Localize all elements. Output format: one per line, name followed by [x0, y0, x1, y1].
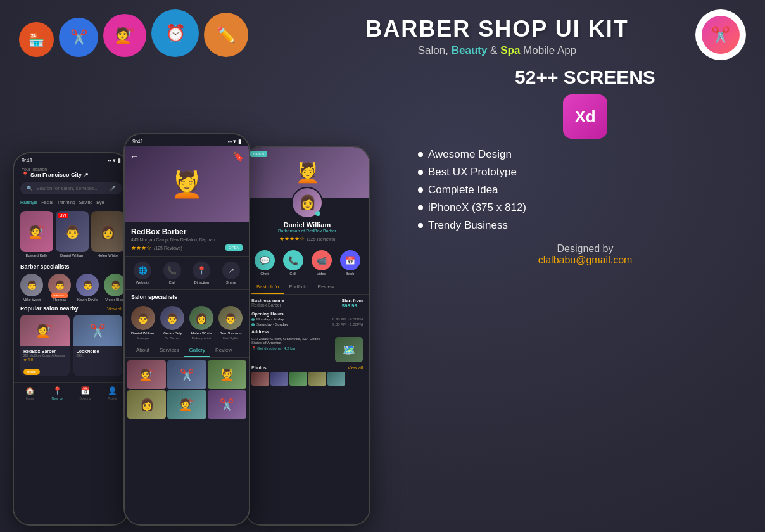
map-thumbnail: 🗺️: [335, 337, 363, 362]
feature-1: Awesome Design: [418, 148, 752, 161]
direction-button[interactable]: 📍 Direction: [193, 262, 210, 284]
location-label: Your location: [22, 167, 121, 172]
gallery-img-4: 👩: [127, 390, 166, 419]
call-action[interactable]: 📞 Call: [280, 250, 306, 276]
tab-services[interactable]: Services: [155, 344, 184, 357]
nav-booking[interactable]: 📅 Booking: [79, 386, 91, 400]
xd-logo: Xd: [563, 94, 607, 139]
get-directions[interactable]: 📍 Get directions - 4.2 km: [251, 346, 332, 350]
info-panel: 52++ SCREENS Xd Awesome Design Best UX P…: [405, 60, 752, 532]
shop-name: RedBox Barber: [131, 227, 243, 236]
mic-icon: 🎤: [110, 186, 116, 191]
search-icon: 🔍: [27, 186, 33, 191]
specialist-daniel: 👨 Daniel William Manager: [131, 306, 155, 340]
cat-trimming[interactable]: Trimming: [57, 200, 75, 205]
live-row: 💇 Edward Kelly LIVE 👨 Daniel: [14, 208, 129, 260]
open-pill: OPEN: [250, 151, 267, 157]
nearby-redbox[interactable]: 💇 RedBox Barber 288 McClure Court, Arkan…: [20, 315, 70, 376]
phone-2-screen: 9:41 ▪▪ ▾ ▮ 💆 ← 🔖 RedBox Barber 445 Morg…: [125, 134, 249, 524]
barber-content: Business name Redbox Barber Start from $…: [245, 294, 369, 390]
cat-saving[interactable]: Saving: [79, 200, 92, 205]
location-bar: Your location 📍 San Francisco City ↗: [14, 165, 129, 180]
cat-eye[interactable]: Eye: [96, 200, 104, 205]
specialist-helen: 👩 Helen White Makeup Artist: [189, 306, 213, 340]
shop-address: 445 Morgan Camp, New Deltaton, NY, Iran: [131, 238, 243, 242]
top-icons: 🏪 ✂️ 💇 ⏰ ✏️: [19, 10, 248, 57]
gallery-img-6: ✂️: [208, 390, 246, 419]
tab-portfolio[interactable]: Portfolio: [284, 281, 312, 294]
feature-4: iPhoneX (375 x 812): [418, 201, 752, 214]
photos-grid: [251, 372, 363, 386]
title-area: BARBER SHOP UI KIT Salon, Beauty & Spa M…: [248, 16, 746, 57]
gallery-img-5: 💇: [167, 390, 206, 419]
tab-review[interactable]: Review: [210, 344, 237, 357]
call-button[interactable]: 📞 Call: [163, 262, 181, 284]
phone-3: 💆 OPEN 👩 Daniel William Barberman at Red…: [244, 146, 370, 526]
live-thumb-1: 💇: [20, 211, 53, 252]
search-bar[interactable]: 🔍 Search for salon, services... 🎤: [20, 182, 122, 194]
gallery-img-1: 💇: [127, 360, 166, 389]
screens-count: 52++ SCREENS: [418, 66, 752, 88]
nav-nearby[interactable]: 📍 Near by: [52, 386, 63, 400]
chat-action[interactable]: 💬 Chat: [251, 250, 277, 276]
video-action[interactable]: 📹 Video: [308, 250, 334, 276]
website-button[interactable]: 🌐 Website: [134, 262, 151, 284]
live-thumb-3: 👩: [91, 211, 124, 252]
cat-facial[interactable]: Facial: [41, 200, 53, 205]
view-all-nearby[interactable]: View all: [107, 307, 122, 311]
status-bar-1: 9:41 ▪▪ ▾ ▮: [14, 153, 129, 165]
barber-mike: 👨 Mike West: [20, 274, 43, 301]
tab-gallery[interactable]: Gallery: [184, 344, 210, 357]
specialist-kieran: 👨 Kieran Dely Sr. Barber: [160, 306, 184, 340]
logo-inner: ✂️: [702, 16, 740, 54]
tab-review-barber[interactable]: Review: [313, 281, 339, 294]
nearby-look[interactable]: ✂️ LookNoise 288...: [73, 315, 123, 376]
nav-home[interactable]: 🏠 Home: [25, 386, 35, 400]
time-1: 9:41: [22, 157, 33, 163]
feature-5: Trendy Business: [418, 219, 752, 232]
open-badge: OPEN: [225, 244, 243, 251]
barbers-section-title: Barber specialists: [14, 260, 129, 272]
book-button-1[interactable]: Book: [23, 369, 40, 375]
gallery-grid: 💇 ✂️ 💆 👩 💇 ✂️: [125, 358, 249, 421]
signal-icons-1: ▪▪ ▾ ▮: [108, 157, 121, 163]
nav-profile[interactable]: 👤 Profile: [108, 386, 117, 400]
photo-3: [289, 372, 307, 386]
share-button[interactable]: ↗ Share: [222, 262, 240, 284]
back-button[interactable]: ←: [130, 151, 139, 162]
booking-icon: 📅: [80, 386, 90, 395]
feature-3: Complete Idea: [418, 184, 752, 196]
page-title: BARBER SHOP UI KIT: [261, 16, 733, 42]
start-from-label: Start from: [342, 298, 363, 303]
shop-tabs: About Services Gallery Review: [125, 344, 249, 358]
barber-tabs: Basic Info Portfolio Review: [245, 281, 369, 294]
barber-avatar: 👩: [291, 187, 323, 218]
tab-about[interactable]: About: [131, 344, 155, 357]
clock-icon: ⏰: [151, 10, 199, 57]
live-item-1: 💇 Edward Kelly: [20, 211, 53, 257]
shop-rating: ★★★☆ (125 Reviews) OPEN: [131, 244, 243, 251]
photo-2: [270, 372, 288, 386]
review-count: (125 Reviews): [154, 246, 182, 250]
phones-area: 9:41 ▪▪ ▾ ▮ Your location 📍 San Francisc…: [13, 60, 405, 532]
start-price: $98.99: [342, 303, 363, 308]
tab-basic-info[interactable]: Basic Info: [251, 281, 284, 294]
barbers-list: 👨 Mike West 👨 Thomas 👨 Kevin Doyle: [14, 272, 129, 303]
cat-hairstyle[interactable]: Hairstyle: [20, 200, 37, 205]
shop-info: RedBox Barber 445 Morgan Camp, New Delta…: [125, 222, 249, 256]
nearby-title: Popular salon nearby: [20, 305, 79, 312]
barber-icon: ✂️: [59, 18, 98, 57]
features-list: Awesome Design Best UX Prototype Complet…: [418, 148, 752, 237]
bookmark-button[interactable]: 🔖: [233, 151, 244, 162]
specialists-section: Salon specialists 👨 Daniel William Manag…: [125, 290, 249, 344]
categories-bar: Hairstyle Facial Trimming Saving Eye: [14, 197, 129, 208]
profile-icon: 👤: [108, 386, 117, 395]
star-rating: ★★★☆: [131, 244, 151, 251]
phone-2: 9:41 ▪▪ ▾ ▮ 💆 ← 🔖 RedBox Barber 445 Morg…: [123, 133, 250, 526]
specialists-list: 👨 Daniel William Manager 👨 Kieran Dely S…: [131, 306, 243, 340]
book-action[interactable]: 📅 Book: [337, 250, 363, 276]
live-thumb-2: LIVE 👨: [56, 211, 89, 252]
photo-5: [327, 372, 345, 386]
bottom-nav-1: 🏠 Home 📍 Near by 📅 Booking 👤: [14, 382, 129, 404]
view-all-photos[interactable]: View all: [348, 365, 363, 370]
